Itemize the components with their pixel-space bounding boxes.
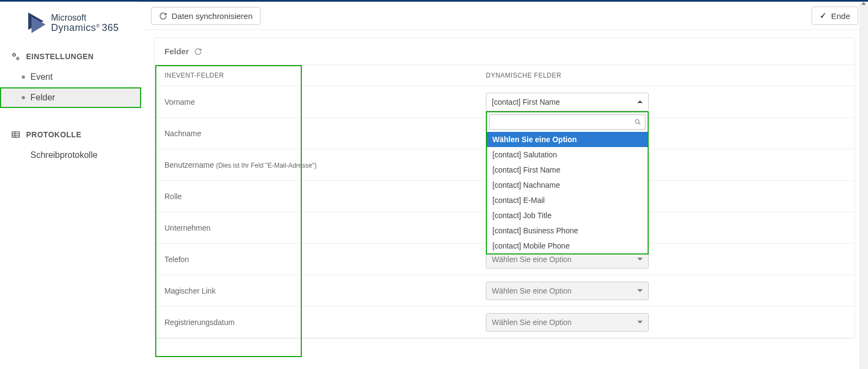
sidebar-item-schreibprotokolle[interactable]: Schreibprotokolle	[0, 145, 141, 166]
dropdown-search	[487, 112, 648, 132]
sidebar-section-einstellungen: EINSTELLUNGEN	[0, 46, 141, 67]
dropdown-option[interactable]: [contact] Nachname	[487, 177, 648, 193]
logo-text-1: Microsoft	[51, 13, 119, 23]
logo-text-2: Dynamics	[51, 22, 96, 33]
sidebar-item-felder[interactable]: Felder	[0, 87, 141, 108]
table-row: Registrierungsdatum Wählen Sie eine Opti…	[155, 307, 854, 338]
table-header: INEVENT-FELDER DYNAMISCHE FELDER	[155, 65, 854, 86]
table-icon	[11, 130, 21, 139]
sidebar-item-event[interactable]: Event	[0, 67, 141, 87]
dropdown-option[interactable]: [contact] First Name	[487, 162, 648, 177]
field-label: Registrierungsdatum	[164, 318, 235, 327]
felder-panel: Felder INEVENT-FELDER DYNAMISCHE FELDER …	[154, 37, 855, 339]
main-content: Daten synchronisieren Ende Felder INEVEN…	[141, 2, 868, 369]
dropdown-option[interactable]: [contact] Business Phone	[487, 223, 648, 238]
field-label: Magischer Link	[164, 287, 216, 295]
sync-button[interactable]: Daten synchronisieren	[151, 7, 261, 25]
table-row: Vorname [contact] First Name	[155, 86, 854, 118]
field-label: Benutzername (Dies ist Ihr Feld "E-Mail-…	[164, 161, 316, 169]
dropdown-option[interactable]: [contact] E-Mail	[487, 193, 648, 208]
svg-point-3	[635, 119, 639, 123]
scrollbar[interactable]	[859, 2, 868, 369]
search-icon	[634, 118, 642, 126]
field-select-magischer-link[interactable]: Wählen Sie eine Option	[486, 282, 649, 300]
field-label: Telefon	[164, 255, 189, 264]
dropdown-option[interactable]: [contact] Salutation	[487, 147, 648, 162]
chevron-down-icon	[637, 289, 643, 292]
bullet-icon	[22, 96, 25, 99]
dropdown-option[interactable]: [contact] Job Title	[487, 208, 648, 223]
chevron-down-icon	[637, 321, 643, 323]
chevron-up-icon	[637, 100, 643, 103]
sidebar: Microsoft Dynamics® 365 EINSTELLUNGEN Ev…	[0, 2, 141, 369]
sidebar-item-label: Felder	[30, 93, 55, 103]
section-title: EINSTELLUNGEN	[26, 52, 94, 61]
section-title: PROTOKOLLE	[26, 130, 81, 139]
panel-title: Felder	[155, 38, 854, 65]
field-label: Rolle	[164, 192, 182, 201]
field-select-vorname[interactable]: [contact] First Name	[486, 93, 649, 111]
sidebar-item-label: Schreibprotokolle	[30, 150, 98, 160]
field-label: Nachname	[164, 129, 201, 138]
chevron-down-icon	[637, 258, 643, 260]
dynamics-logo-icon	[27, 11, 47, 35]
sidebar-section-protokolle: PROTOKOLLE	[0, 124, 141, 145]
dropdown-option[interactable]: Wählen Sie eine Option	[487, 132, 648, 147]
gears-icon	[11, 52, 21, 61]
end-button[interactable]: Ende	[812, 7, 858, 25]
dropdown-search-input[interactable]	[493, 116, 634, 129]
col-header-left: INEVENT-FELDER	[164, 72, 224, 79]
table-row: Magischer Link Wählen Sie eine Option	[155, 275, 854, 307]
bullet-icon	[22, 75, 25, 79]
refresh-icon	[159, 12, 167, 20]
select-placeholder: Wählen Sie eine Option	[492, 255, 572, 264]
select-placeholder: Wählen Sie eine Option	[492, 318, 572, 327]
scroll-up-icon[interactable]	[861, 2, 866, 5]
dropdown-option[interactable]: [contact] Mobile Phone	[487, 238, 648, 253]
field-label: Vorname	[164, 98, 195, 106]
sidebar-item-label: Event	[30, 72, 53, 82]
field-table: INEVENT-FELDER DYNAMISCHE FELDER Vorname…	[155, 65, 854, 338]
logo: Microsoft Dynamics® 365	[0, 8, 141, 46]
select-placeholder: Wählen Sie eine Option	[492, 287, 572, 295]
field-label: Unternehmen	[164, 224, 211, 232]
toolbar: Daten synchronisieren Ende	[141, 2, 868, 30]
logo-text-3: 365	[102, 22, 119, 33]
svg-point-1	[17, 58, 19, 60]
dropdown-menu: Wählen Sie eine Option [contact] Salutat…	[486, 111, 649, 255]
col-header-right: DYNAMISCHE FELDER	[486, 72, 561, 79]
refresh-icon[interactable]	[194, 48, 202, 55]
panel-title-text: Felder	[164, 47, 189, 56]
select-value: [contact] First Name	[492, 98, 560, 106]
field-select-registrierungsdatum[interactable]: Wählen Sie eine Option	[486, 313, 649, 332]
svg-rect-2	[12, 132, 20, 138]
button-label: Ende	[831, 11, 850, 21]
button-label: Daten synchronisieren	[172, 11, 252, 21]
check-icon	[820, 11, 827, 21]
